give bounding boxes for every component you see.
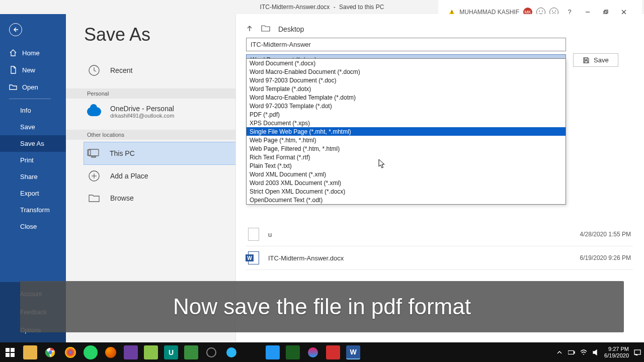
loc-browse-label: Browse xyxy=(110,194,134,202)
nav-open[interactable]: Open xyxy=(0,78,66,96)
page-title: Save As xyxy=(84,24,235,45)
nav-separator xyxy=(9,99,51,99)
document-icon xyxy=(9,66,17,74)
word-backstage: ITC-Midterm-Answer.docx - Saved to this … xyxy=(0,0,644,342)
taskbar-whatsapp[interactable] xyxy=(84,345,98,359)
document-name: ITC-Midterm-Answer.docx xyxy=(260,4,330,11)
filename-input[interactable] xyxy=(246,38,566,51)
tray-chevron-icon[interactable] xyxy=(556,349,563,356)
taskbar-app[interactable] xyxy=(224,345,238,359)
nav-share[interactable]: Share xyxy=(0,168,66,185)
filetype-option[interactable]: Word Document (*.docx) xyxy=(247,59,566,67)
filetype-option[interactable]: Word 97-2003 Template (*.dot) xyxy=(247,102,566,110)
taskbar-chrome[interactable] xyxy=(43,345,57,359)
filetype-option[interactable]: Word 2003 XML Document (*.xml) xyxy=(247,178,566,187)
word-file-icon xyxy=(248,251,259,264)
svg-rect-25 xyxy=(6,353,10,357)
save-button-label: Save xyxy=(594,56,609,64)
nav-save[interactable]: Save xyxy=(0,119,66,135)
loc-this-pc[interactable]: This PC xyxy=(84,142,235,165)
loc-onedrive[interactable]: OneDrive - Personal drkashif491@outlook.… xyxy=(84,101,235,123)
file-name: ITC-Midterm-Answer.docx xyxy=(268,254,344,262)
path-up-button[interactable] xyxy=(246,25,253,33)
nav-transform[interactable]: Transform xyxy=(0,202,66,218)
svg-rect-16 xyxy=(89,149,99,156)
loc-browse[interactable]: Browse xyxy=(84,187,235,209)
taskbar-firefox[interactable] xyxy=(104,345,118,359)
taskbar-app[interactable] xyxy=(144,345,158,359)
battery-icon[interactable] xyxy=(568,349,575,356)
path-label[interactable]: Desktop xyxy=(278,25,304,33)
taskbar-app[interactable]: U xyxy=(164,345,178,359)
filetype-option[interactable]: Strict Open XML Document (*.docx) xyxy=(247,187,566,196)
tray-clock[interactable]: 9:27 PM 6/19/2020 xyxy=(604,346,629,358)
taskbar-zoom[interactable] xyxy=(266,345,280,359)
cloud-icon xyxy=(87,105,101,119)
loc-onedrive-email: drkashif491@outlook.com xyxy=(110,113,174,119)
back-button[interactable] xyxy=(9,23,22,36)
filetype-option[interactable]: Rich Text Format (*.rtf) xyxy=(247,153,566,161)
nav-new[interactable]: New xyxy=(0,61,66,78)
filetype-option[interactable]: XPS Document (*.xps) xyxy=(247,119,566,127)
filetype-option[interactable]: OpenDocument Text (*.odt) xyxy=(247,196,566,204)
nav-open-label: Open xyxy=(22,83,38,91)
filetype-option[interactable]: Web Page, Filtered (*.htm, *.html) xyxy=(247,144,566,153)
svg-rect-17 xyxy=(92,156,96,157)
file-date: 4/28/2020 1:55 PM xyxy=(580,231,631,238)
nav-save-as[interactable]: Save As xyxy=(0,135,66,152)
nav-home-label: Home xyxy=(22,49,40,57)
system-tray[interactable]: 9:27 PM 6/19/2020 xyxy=(556,346,641,358)
taskbar-word[interactable]: W xyxy=(346,345,360,359)
home-icon xyxy=(9,49,17,57)
save-icon xyxy=(583,57,590,64)
pc-icon xyxy=(87,146,101,160)
clock-icon xyxy=(87,63,101,77)
section-other: Other locations xyxy=(66,130,235,140)
loc-add-place[interactable]: Add a Place xyxy=(84,165,235,187)
taskbar-obs[interactable] xyxy=(204,345,218,359)
filetype-option[interactable]: Single File Web Page (*.mht, *.mhtml) xyxy=(247,127,566,136)
taskbar-app[interactable] xyxy=(63,345,77,359)
filetype-dropdown[interactable]: Word Document (*.docx)Word Macro-Enabled… xyxy=(246,58,566,205)
nav-export[interactable]: Export xyxy=(0,185,66,202)
filetype-option[interactable]: Word Macro-Enabled Template (*.dotm) xyxy=(247,93,566,102)
taskbar-app[interactable] xyxy=(326,345,340,359)
filetype-option[interactable]: Word 97-2003 Document (*.doc) xyxy=(247,76,566,84)
start-button[interactable] xyxy=(3,345,17,359)
file-row[interactable]: u 4/28/2020 1:55 PM xyxy=(246,223,633,246)
tutorial-caption: Now save the file in pdf format xyxy=(20,281,624,332)
nav-close[interactable]: Close xyxy=(0,218,66,235)
windows-taskbar[interactable]: U W 9:27 PM 6/19/2020 xyxy=(0,342,644,362)
svg-rect-23 xyxy=(6,348,10,352)
taskbar-app[interactable] xyxy=(124,345,138,359)
file-date: 6/19/2020 9:26 PM xyxy=(580,254,631,261)
taskbar-explorer[interactable] xyxy=(23,345,37,359)
wifi-icon[interactable] xyxy=(580,349,587,356)
nav-print[interactable]: Print xyxy=(0,152,66,168)
file-name: u xyxy=(268,231,272,238)
filetype-option[interactable]: Plain Text (*.txt) xyxy=(247,161,566,170)
nav-info[interactable]: Info xyxy=(0,102,66,119)
taskbar-pycharm[interactable] xyxy=(286,345,300,359)
taskbar-app[interactable] xyxy=(306,345,320,359)
svg-rect-31 xyxy=(634,350,640,354)
filetype-option[interactable]: Word XML Document (*.xml) xyxy=(247,170,566,178)
svg-rect-24 xyxy=(11,348,15,352)
filetype-option[interactable]: Web Page (*.htm, *.html) xyxy=(247,136,566,144)
folder-open-icon xyxy=(9,83,17,91)
filetype-option[interactable]: Word Macro-Enabled Document (*.docm) xyxy=(247,67,566,76)
generic-file-icon xyxy=(248,228,259,241)
notifications-icon[interactable] xyxy=(634,349,641,356)
nav-home[interactable]: Home xyxy=(0,44,66,61)
folder-icon xyxy=(87,191,101,205)
filetype-option[interactable]: PDF (*.pdf) xyxy=(247,110,566,119)
filetype-option[interactable]: Word Template (*.dotx) xyxy=(247,84,566,93)
volume-icon[interactable] xyxy=(592,349,599,356)
file-row[interactable]: ITC-Midterm-Answer.docx 6/19/2020 9:26 P… xyxy=(246,246,633,270)
taskbar-camtasia[interactable] xyxy=(184,345,198,359)
save-button[interactable]: Save xyxy=(573,53,618,67)
loc-this-pc-label: This PC xyxy=(110,149,135,157)
nav-new-label: New xyxy=(22,66,35,74)
path-folder-icon xyxy=(261,24,270,34)
loc-recent[interactable]: Recent xyxy=(84,59,235,81)
